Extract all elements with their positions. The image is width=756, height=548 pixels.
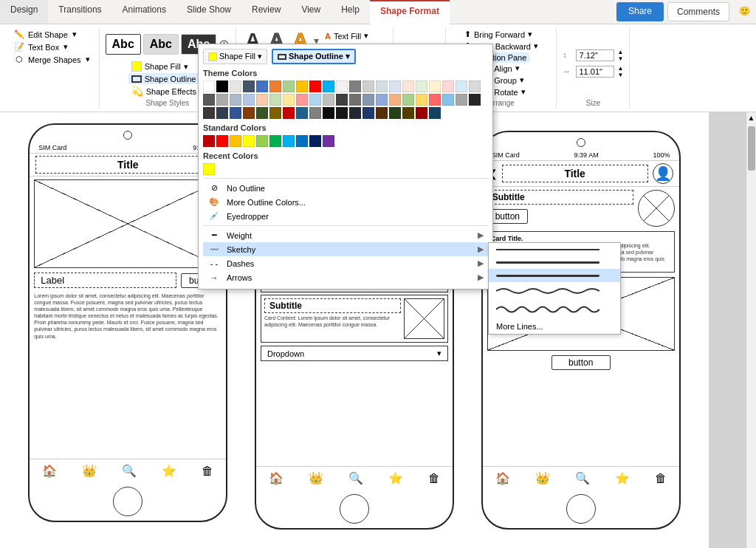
phone3-nav-search[interactable]: 🔍 xyxy=(575,471,590,485)
theme-color-swatch[interactable] xyxy=(309,94,321,106)
sketch-more[interactable] xyxy=(489,269,620,282)
theme-color-swatch[interactable] xyxy=(456,81,467,92)
phone2-home-btn[interactable] xyxy=(340,494,369,524)
emoji-button[interactable]: 🙂 xyxy=(733,2,756,21)
theme-color-swatch[interactable] xyxy=(349,107,361,119)
theme-color-swatch[interactable] xyxy=(336,81,348,92)
theme-color-swatch[interactable] xyxy=(230,107,241,119)
standard-color-swatch[interactable] xyxy=(216,135,228,147)
theme-color-swatch[interactable] xyxy=(203,81,215,92)
phone2-dropdown[interactable]: Dropdown ▾ xyxy=(261,346,448,361)
theme-color-swatch[interactable] xyxy=(429,81,441,92)
standard-color-swatch[interactable] xyxy=(256,135,268,147)
theme-color-swatch[interactable] xyxy=(216,107,228,119)
phone3-button2[interactable]: button xyxy=(551,355,611,370)
theme-color-swatch[interactable] xyxy=(469,94,481,106)
theme-color-swatch[interactable] xyxy=(336,94,348,106)
theme-color-swatch[interactable] xyxy=(203,107,215,119)
shape-outline-dropdown-btn[interactable]: Shape Outline ▾ xyxy=(272,49,356,64)
phone3-nav-trash[interactable]: 🗑 xyxy=(655,472,667,485)
shape-style-btn-2[interactable]: Abc xyxy=(143,34,179,55)
height-spinners[interactable]: ▲▼ xyxy=(617,49,623,62)
theme-color-swatch[interactable] xyxy=(362,107,374,119)
sketch-straight[interactable] xyxy=(489,243,620,256)
phone1-nav-search[interactable]: 🔍 xyxy=(122,464,137,478)
standard-color-swatch[interactable] xyxy=(309,135,321,147)
theme-color-swatch[interactable] xyxy=(389,107,401,119)
shape-fill-btn[interactable]: Shape Fill▾ xyxy=(128,61,191,72)
sketch-very-wavy[interactable] xyxy=(489,300,620,319)
weight-item[interactable]: ━ Weight ▶ xyxy=(203,228,488,242)
text-fill-btn[interactable]: A Text Fill▾ xyxy=(322,30,387,41)
theme-color-swatch[interactable] xyxy=(269,107,281,119)
theme-color-swatch[interactable] xyxy=(402,81,414,92)
tab-transitions[interactable]: Transitions xyxy=(48,0,111,24)
theme-color-swatch[interactable] xyxy=(296,107,308,119)
theme-color-swatch[interactable] xyxy=(416,81,427,92)
theme-color-swatch[interactable] xyxy=(323,107,334,119)
tab-design[interactable]: Design xyxy=(0,0,48,24)
theme-color-swatch[interactable] xyxy=(283,81,295,92)
theme-color-swatch[interactable] xyxy=(296,81,308,92)
standard-color-swatch[interactable] xyxy=(203,135,215,147)
theme-color-swatch[interactable] xyxy=(376,107,388,119)
width-input[interactable] xyxy=(576,66,614,78)
theme-color-swatch[interactable] xyxy=(309,107,321,119)
edit-shape-btn[interactable]: ✏️Edit Shape▾ xyxy=(10,29,80,40)
theme-color-swatch[interactable] xyxy=(256,81,268,92)
phone3-nav-home[interactable]: 🏠 xyxy=(495,471,510,485)
shape-effects-btn[interactable]: 💫 Shape Effects▾ xyxy=(128,85,207,97)
merge-shapes-btn[interactable]: ⬡Merge Shapes▾ xyxy=(10,54,93,65)
standard-color-swatch[interactable] xyxy=(323,135,334,147)
standard-color-swatch[interactable] xyxy=(230,135,241,147)
phone3-nav-star[interactable]: ⭐ xyxy=(615,471,630,485)
theme-color-swatch[interactable] xyxy=(362,94,374,106)
shape-outline-btn[interactable]: Shape Outline▾ xyxy=(128,73,207,84)
theme-color-swatch[interactable] xyxy=(389,81,401,92)
phone3-home-btn[interactable] xyxy=(566,494,596,524)
standard-color-swatch[interactable] xyxy=(296,135,308,147)
sketchy-item[interactable]: 〰 Sketchy ▶ xyxy=(203,242,488,256)
tab-view[interactable]: View xyxy=(291,0,331,24)
theme-color-swatch[interactable] xyxy=(243,94,255,106)
arrows-item[interactable]: → Arrows ▶ xyxy=(203,270,488,284)
more-outline-colors-item[interactable]: 🎨 More Outline Colors... xyxy=(203,195,488,209)
tab-help[interactable]: Help xyxy=(331,0,370,24)
theme-color-swatch[interactable] xyxy=(283,107,295,119)
comments-button[interactable]: Comments xyxy=(667,2,729,21)
text-box-btn[interactable]: 📝Text Box▾ xyxy=(10,41,71,52)
theme-color-swatch[interactable] xyxy=(243,107,255,119)
theme-color-swatch[interactable] xyxy=(230,81,241,92)
tab-review[interactable]: Review xyxy=(241,0,291,24)
recent-color-swatch[interactable] xyxy=(203,163,215,175)
theme-color-swatch[interactable] xyxy=(416,107,427,119)
theme-color-swatch[interactable] xyxy=(230,94,241,106)
phone2-nav-search[interactable]: 🔍 xyxy=(348,471,363,485)
phone2-nav-crown[interactable]: 👑 xyxy=(309,471,323,485)
theme-color-swatch[interactable] xyxy=(389,94,401,106)
theme-color-swatch[interactable] xyxy=(309,81,321,92)
theme-color-swatch[interactable] xyxy=(349,94,361,106)
phone2-nav-trash[interactable]: 🗑 xyxy=(428,472,440,485)
phone2-nav-star[interactable]: ⭐ xyxy=(388,471,403,485)
eyedropper-item[interactable]: 💉 Eyedropper xyxy=(203,209,488,223)
theme-color-swatch[interactable] xyxy=(349,81,361,92)
bring-forward-btn[interactable]: ⬆ Bring Forward▾ xyxy=(461,29,535,40)
theme-color-swatch[interactable] xyxy=(216,94,228,106)
theme-color-swatch[interactable] xyxy=(216,81,228,92)
theme-color-swatch[interactable] xyxy=(429,94,441,106)
share-button[interactable]: Share xyxy=(616,2,664,21)
theme-color-swatch[interactable] xyxy=(269,94,281,106)
theme-color-swatch[interactable] xyxy=(203,94,215,106)
theme-color-swatch[interactable] xyxy=(442,81,454,92)
theme-color-swatch[interactable] xyxy=(323,94,334,106)
theme-color-swatch[interactable] xyxy=(376,94,388,106)
scroll-thumb[interactable] xyxy=(748,126,755,171)
theme-color-swatch[interactable] xyxy=(416,94,427,106)
theme-color-swatch[interactable] xyxy=(442,94,454,106)
theme-color-swatch[interactable] xyxy=(283,94,295,106)
theme-color-swatch[interactable] xyxy=(402,94,414,106)
standard-color-swatch[interactable] xyxy=(283,135,295,147)
theme-color-swatch[interactable] xyxy=(269,81,281,92)
dashes-item[interactable]: - - Dashes ▶ xyxy=(203,256,488,270)
